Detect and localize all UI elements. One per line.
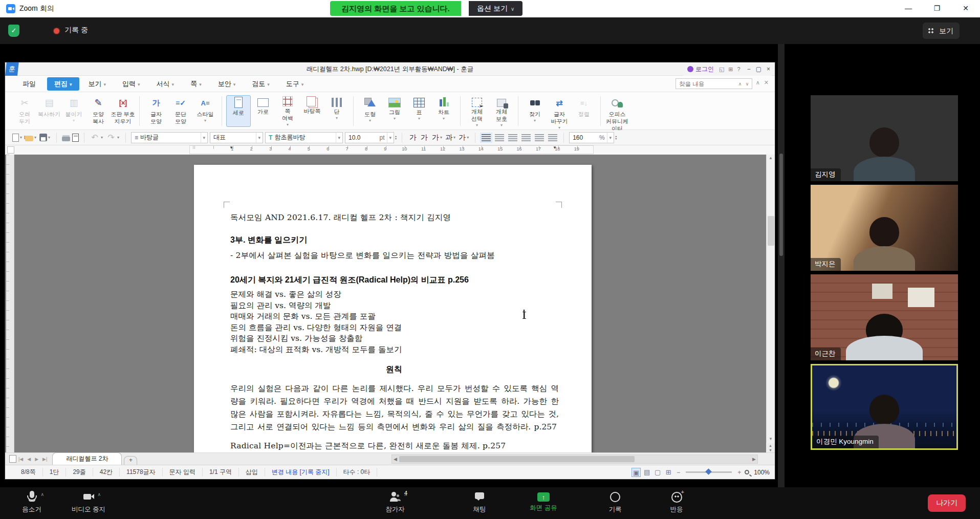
align-center-button[interactable] [508,134,517,141]
ribbon-button[interactable]: 차트 ▾ [431,95,456,120]
style-select[interactable]: ≡바탕글▾ [131,132,208,143]
tab-nav-arrow-icon[interactable]: ▶| [42,457,47,462]
menu-item[interactable]: 서식▾ [149,77,182,91]
ribbon-button[interactable]: 개체 보호 ▾ [489,95,514,126]
ribbon-button[interactable]: 그림 ▾ [382,95,407,120]
tab-list-icon[interactable] [9,455,16,463]
view-options-button[interactable]: 옵션 보기∨ [469,1,522,16]
print-preview-icon[interactable] [72,134,79,142]
zoom-in-icon[interactable]: + [737,469,741,476]
ribbon-button[interactable]: 표 ▾ [407,95,431,120]
ribbon-button[interactable] [600,96,601,126]
undo-icon[interactable] [90,133,100,143]
font-size-stepper[interactable]: ▴▾ [395,135,397,140]
ribbon-button[interactable] [460,96,461,126]
view-mode-icon[interactable]: ▣ [631,468,641,477]
menu-item[interactable]: 입력▾ [115,77,147,91]
titlebar-tool-icon[interactable]: ◱ [719,66,724,73]
ribbon-button[interactable]: 찾기 ▾ [522,95,547,122]
add-tab-button[interactable]: + [124,456,137,465]
menu-item[interactable]: 도구▾ [279,77,311,91]
tab-nav-arrow-icon[interactable]: |◀ [18,457,23,462]
titlebar-tool-icon[interactable]: ? [737,66,741,73]
participant-video-tile[interactable]: 김지영 [811,95,958,181]
ribbon-button[interactable] [139,96,140,126]
ribbon-button[interactable] [222,96,222,126]
zoom-ratio-input[interactable]: 160%▾ [569,132,614,143]
ribbon-button[interactable]: 글자 바꾸기 ▾ [547,95,572,129]
view-layout-button[interactable]: 보기 [923,23,960,39]
ribbon-button[interactable]: 가로 [251,95,275,119]
zoom-ratio-stepper[interactable]: ▴▾ [615,135,617,140]
scrollbar-thumb[interactable] [779,154,783,256]
vertical-ruler[interactable] [6,155,14,452]
document-tab[interactable]: 래디컬헬프 2차 [52,452,122,465]
horizontal-scrollbar[interactable]: ◀ ▶ [391,455,758,464]
open-file-icon[interactable] [25,136,33,141]
toolbar-item[interactable]: 4∧ 참가자 [379,491,411,514]
chevron-up-icon[interactable]: ∧ [404,492,407,497]
font-size-input[interactable]: 10.0pt▾ [345,132,394,143]
leave-meeting-button[interactable]: 나가기 [928,494,966,512]
menu-item[interactable]: 편집▾ [47,77,79,91]
chevron-up-icon[interactable]: ∧ [97,492,101,497]
scrollbar-thumb[interactable] [768,216,774,246]
zoom-out-icon[interactable]: − [677,469,680,476]
toolbar-item[interactable]: 기록 [599,491,631,514]
panel-divider-scrollbar[interactable] [778,44,785,487]
zoom-slider-thumb[interactable] [705,468,712,475]
ribbon-button[interactable]: 복사하기 [37,95,61,122]
document-close-icon[interactable]: ✕ [764,79,769,86]
minimize-button[interactable]: — [894,0,923,17]
align-right-button[interactable] [521,134,531,141]
hwp-window-control-icon[interactable]: × [765,66,772,73]
menu-item[interactable]: 쪽▾ [183,77,209,91]
ribbon-button[interactable]: 개체 선택 ▾ [465,95,489,126]
view-mode-icon[interactable]: ▤ [642,468,651,477]
redo-icon[interactable] [106,133,116,143]
close-button[interactable]: ✕ [951,0,980,17]
zoom-slider[interactable] [686,471,732,473]
menu-item[interactable]: 보안▾ [211,77,243,91]
vertical-scrollbar[interactable]: ▲ ▼ ▲▼ [766,155,775,452]
ribbon-button[interactable]: 도형 ▾ [358,95,382,122]
magnifier-icon[interactable] [745,470,749,474]
menu-item[interactable]: 보기▾ [81,77,114,91]
toolbar-item[interactable]: 화면 공유 [527,491,560,512]
ribbon-button[interactable]: 문단 모양 [168,95,193,129]
meeting-info-shield-icon[interactable]: ✓ [8,25,19,37]
font-select[interactable]: T함초롬바탕▾ [265,132,343,143]
align-divide-button[interactable] [548,134,557,141]
tab-nav-arrow-icon[interactable]: ◀ [27,457,31,462]
ribbon-button[interactable]: 단 ▾ [324,95,349,119]
menu-item[interactable]: 파일 [15,77,45,91]
ribbon-button[interactable]: 정렬 [572,95,596,122]
menu-item[interactable]: 검토▾ [245,77,277,91]
titlebar-tool-icon[interactable]: ⊞ [728,66,733,73]
ribbon-button[interactable]: 세로 [226,95,251,127]
char-style-button[interactable]: 가 [456,133,468,142]
find-input[interactable] [676,81,736,87]
ribbon-button[interactable]: 글자 모양 [144,95,168,129]
ribbon-button[interactable] [518,96,518,126]
toolbar-item[interactable]: 반응 [660,491,693,514]
char-style-button[interactable]: 과 [443,133,454,142]
page-nav-buttons[interactable]: ▲▼ [766,443,775,452]
ribbon-button[interactable]: 바탕쪽 [300,95,324,119]
ribbon-collapse-icon[interactable]: ∧ [756,79,760,86]
find-prev-button[interactable]: ∧ [736,81,744,86]
tab-nav-arrow-icon[interactable]: ▶ [35,457,38,462]
char-style-button[interactable]: 가 [419,133,430,142]
find-next-button[interactable]: ∨ [744,81,751,86]
indent-marker-left[interactable]: ▼ [229,145,233,150]
ribbon-button[interactable]: 스타일 ▾ [193,95,217,122]
scrollbar-thumb[interactable] [399,456,635,462]
restore-button[interactable]: ❐ [923,0,951,17]
save-icon[interactable] [39,134,47,141]
new-document-icon[interactable] [12,134,19,142]
char-style-button[interactable]: 가 [407,133,419,142]
print-icon[interactable] [62,137,70,141]
align-justify-button[interactable] [482,134,491,141]
hwp-window-control-icon[interactable]: ▢ [754,66,763,73]
participant-video-tile[interactable]: 이근찬 [811,274,958,360]
